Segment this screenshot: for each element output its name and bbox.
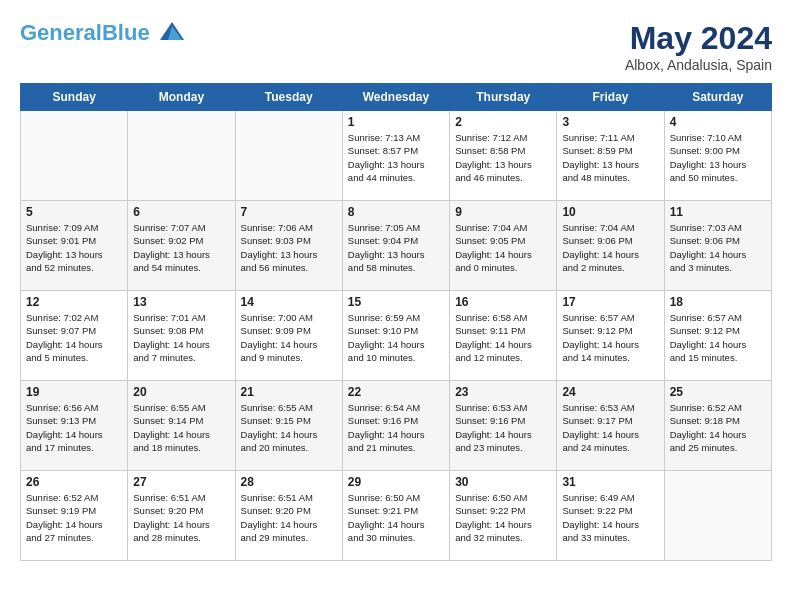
cell-content: Sunrise: 7:01 AMSunset: 9:08 PMDaylight:… (133, 311, 229, 364)
calendar-cell: 6Sunrise: 7:07 AMSunset: 9:02 PMDaylight… (128, 201, 235, 291)
day-number: 17 (562, 295, 658, 309)
day-number: 9 (455, 205, 551, 219)
calendar-cell: 18Sunrise: 6:57 AMSunset: 9:12 PMDayligh… (664, 291, 771, 381)
day-number: 11 (670, 205, 766, 219)
day-number: 8 (348, 205, 444, 219)
logo-text: GeneralBlue (20, 20, 186, 48)
calendar-cell: 23Sunrise: 6:53 AMSunset: 9:16 PMDayligh… (450, 381, 557, 471)
calendar-cell: 3Sunrise: 7:11 AMSunset: 8:59 PMDaylight… (557, 111, 664, 201)
calendar-week-1: 1Sunrise: 7:13 AMSunset: 8:57 PMDaylight… (21, 111, 772, 201)
day-number: 27 (133, 475, 229, 489)
logo-icon (158, 20, 186, 48)
calendar-cell (21, 111, 128, 201)
cell-content: Sunrise: 7:04 AMSunset: 9:05 PMDaylight:… (455, 221, 551, 274)
calendar-cell: 19Sunrise: 6:56 AMSunset: 9:13 PMDayligh… (21, 381, 128, 471)
calendar-cell: 29Sunrise: 6:50 AMSunset: 9:21 PMDayligh… (342, 471, 449, 561)
cell-content: Sunrise: 7:12 AMSunset: 8:58 PMDaylight:… (455, 131, 551, 184)
title-block: May 2024 Albox, Andalusia, Spain (625, 20, 772, 73)
calendar-cell: 22Sunrise: 6:54 AMSunset: 9:16 PMDayligh… (342, 381, 449, 471)
calendar-cell: 11Sunrise: 7:03 AMSunset: 9:06 PMDayligh… (664, 201, 771, 291)
cell-content: Sunrise: 7:10 AMSunset: 9:00 PMDaylight:… (670, 131, 766, 184)
calendar-week-2: 5Sunrise: 7:09 AMSunset: 9:01 PMDaylight… (21, 201, 772, 291)
day-number: 14 (241, 295, 337, 309)
day-number: 25 (670, 385, 766, 399)
cell-content: Sunrise: 6:55 AMSunset: 9:14 PMDaylight:… (133, 401, 229, 454)
calendar-cell (128, 111, 235, 201)
weekday-header-sunday: Sunday (21, 84, 128, 111)
calendar-table: SundayMondayTuesdayWednesdayThursdayFrid… (20, 83, 772, 561)
cell-content: Sunrise: 6:53 AMSunset: 9:16 PMDaylight:… (455, 401, 551, 454)
calendar-cell: 24Sunrise: 6:53 AMSunset: 9:17 PMDayligh… (557, 381, 664, 471)
weekday-header-tuesday: Tuesday (235, 84, 342, 111)
weekday-header-thursday: Thursday (450, 84, 557, 111)
logo-line1: General (20, 20, 102, 45)
calendar-cell: 7Sunrise: 7:06 AMSunset: 9:03 PMDaylight… (235, 201, 342, 291)
calendar-cell: 2Sunrise: 7:12 AMSunset: 8:58 PMDaylight… (450, 111, 557, 201)
calendar-cell (235, 111, 342, 201)
calendar-cell: 31Sunrise: 6:49 AMSunset: 9:22 PMDayligh… (557, 471, 664, 561)
logo-line2: Blue (102, 20, 150, 45)
cell-content: Sunrise: 6:59 AMSunset: 9:10 PMDaylight:… (348, 311, 444, 364)
calendar-cell: 14Sunrise: 7:00 AMSunset: 9:09 PMDayligh… (235, 291, 342, 381)
calendar-cell: 13Sunrise: 7:01 AMSunset: 9:08 PMDayligh… (128, 291, 235, 381)
page-header: GeneralBlue May 2024 Albox, Andalusia, S… (20, 20, 772, 73)
calendar-cell: 28Sunrise: 6:51 AMSunset: 9:20 PMDayligh… (235, 471, 342, 561)
day-number: 10 (562, 205, 658, 219)
cell-content: Sunrise: 7:04 AMSunset: 9:06 PMDaylight:… (562, 221, 658, 274)
day-number: 20 (133, 385, 229, 399)
day-number: 24 (562, 385, 658, 399)
calendar-cell: 4Sunrise: 7:10 AMSunset: 9:00 PMDaylight… (664, 111, 771, 201)
day-number: 16 (455, 295, 551, 309)
day-number: 12 (26, 295, 122, 309)
calendar-cell: 16Sunrise: 6:58 AMSunset: 9:11 PMDayligh… (450, 291, 557, 381)
cell-content: Sunrise: 7:02 AMSunset: 9:07 PMDaylight:… (26, 311, 122, 364)
day-number: 15 (348, 295, 444, 309)
calendar-cell: 17Sunrise: 6:57 AMSunset: 9:12 PMDayligh… (557, 291, 664, 381)
location: Albox, Andalusia, Spain (625, 57, 772, 73)
day-number: 29 (348, 475, 444, 489)
day-number: 28 (241, 475, 337, 489)
cell-content: Sunrise: 6:56 AMSunset: 9:13 PMDaylight:… (26, 401, 122, 454)
day-number: 22 (348, 385, 444, 399)
calendar-cell: 25Sunrise: 6:52 AMSunset: 9:18 PMDayligh… (664, 381, 771, 471)
cell-content: Sunrise: 6:53 AMSunset: 9:17 PMDaylight:… (562, 401, 658, 454)
cell-content: Sunrise: 6:52 AMSunset: 9:18 PMDaylight:… (670, 401, 766, 454)
calendar-header: SundayMondayTuesdayWednesdayThursdayFrid… (21, 84, 772, 111)
calendar-cell: 21Sunrise: 6:55 AMSunset: 9:15 PMDayligh… (235, 381, 342, 471)
cell-content: Sunrise: 6:54 AMSunset: 9:16 PMDaylight:… (348, 401, 444, 454)
cell-content: Sunrise: 7:06 AMSunset: 9:03 PMDaylight:… (241, 221, 337, 274)
cell-content: Sunrise: 6:52 AMSunset: 9:19 PMDaylight:… (26, 491, 122, 544)
cell-content: Sunrise: 6:58 AMSunset: 9:11 PMDaylight:… (455, 311, 551, 364)
day-number: 4 (670, 115, 766, 129)
day-number: 7 (241, 205, 337, 219)
cell-content: Sunrise: 6:49 AMSunset: 9:22 PMDaylight:… (562, 491, 658, 544)
cell-content: Sunrise: 6:50 AMSunset: 9:21 PMDaylight:… (348, 491, 444, 544)
day-number: 23 (455, 385, 551, 399)
day-number: 5 (26, 205, 122, 219)
cell-content: Sunrise: 6:57 AMSunset: 9:12 PMDaylight:… (670, 311, 766, 364)
weekday-header-friday: Friday (557, 84, 664, 111)
day-number: 19 (26, 385, 122, 399)
calendar-cell: 12Sunrise: 7:02 AMSunset: 9:07 PMDayligh… (21, 291, 128, 381)
calendar-week-4: 19Sunrise: 6:56 AMSunset: 9:13 PMDayligh… (21, 381, 772, 471)
calendar-cell (664, 471, 771, 561)
cell-content: Sunrise: 6:55 AMSunset: 9:15 PMDaylight:… (241, 401, 337, 454)
day-number: 1 (348, 115, 444, 129)
weekday-header-wednesday: Wednesday (342, 84, 449, 111)
day-number: 18 (670, 295, 766, 309)
calendar-cell: 27Sunrise: 6:51 AMSunset: 9:20 PMDayligh… (128, 471, 235, 561)
calendar-cell: 30Sunrise: 6:50 AMSunset: 9:22 PMDayligh… (450, 471, 557, 561)
cell-content: Sunrise: 6:51 AMSunset: 9:20 PMDaylight:… (133, 491, 229, 544)
cell-content: Sunrise: 6:51 AMSunset: 9:20 PMDaylight:… (241, 491, 337, 544)
cell-content: Sunrise: 7:07 AMSunset: 9:02 PMDaylight:… (133, 221, 229, 274)
calendar-cell: 15Sunrise: 6:59 AMSunset: 9:10 PMDayligh… (342, 291, 449, 381)
cell-content: Sunrise: 7:00 AMSunset: 9:09 PMDaylight:… (241, 311, 337, 364)
day-number: 26 (26, 475, 122, 489)
calendar-cell: 10Sunrise: 7:04 AMSunset: 9:06 PMDayligh… (557, 201, 664, 291)
cell-content: Sunrise: 7:03 AMSunset: 9:06 PMDaylight:… (670, 221, 766, 274)
weekday-header-monday: Monday (128, 84, 235, 111)
cell-content: Sunrise: 6:50 AMSunset: 9:22 PMDaylight:… (455, 491, 551, 544)
calendar-week-3: 12Sunrise: 7:02 AMSunset: 9:07 PMDayligh… (21, 291, 772, 381)
day-number: 2 (455, 115, 551, 129)
calendar-cell: 26Sunrise: 6:52 AMSunset: 9:19 PMDayligh… (21, 471, 128, 561)
